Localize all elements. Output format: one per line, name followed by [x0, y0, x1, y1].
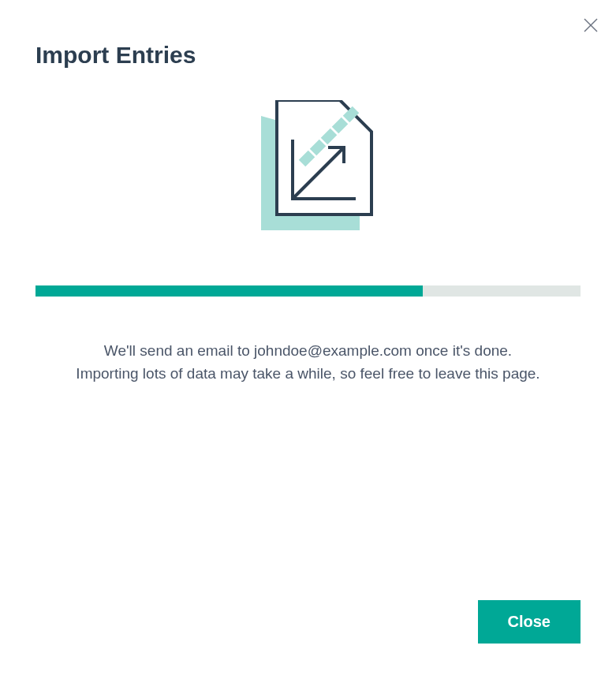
close-icon[interactable] — [583, 17, 599, 33]
close-button[interactable]: Close — [478, 600, 581, 644]
message-line-2: Importing lots of data may take a while,… — [43, 363, 573, 386]
import-progress-fill — [35, 285, 423, 297]
import-status-message: We'll send an email to johndoe@example.c… — [35, 340, 581, 385]
svg-line-5 — [313, 143, 323, 152]
svg-line-4 — [302, 154, 312, 163]
import-illustration-icon — [35, 100, 581, 242]
message-line-1: We'll send an email to johndoe@example.c… — [43, 340, 573, 363]
svg-line-6 — [324, 132, 334, 141]
import-entries-modal: Import Entries — [0, 0, 616, 679]
svg-line-7 — [335, 121, 345, 130]
svg-line-8 — [346, 110, 356, 119]
modal-title: Import Entries — [35, 42, 581, 69]
import-progress-bar — [35, 285, 581, 297]
